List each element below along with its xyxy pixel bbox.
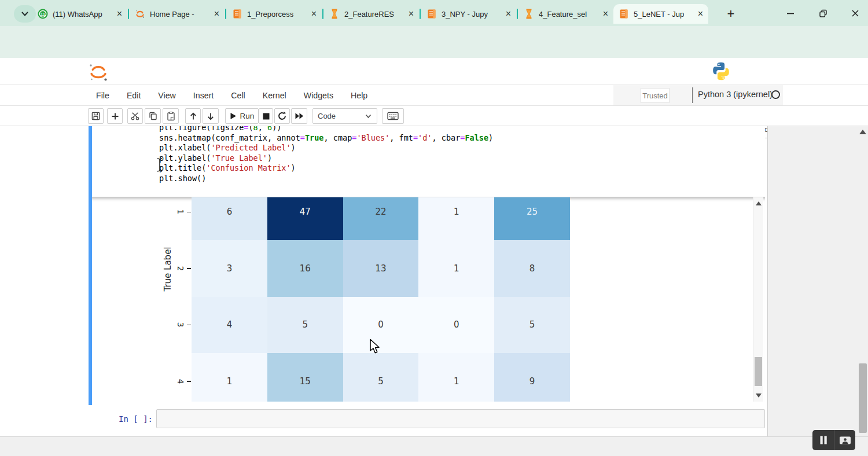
new-tab-button[interactable]: +: [722, 5, 740, 23]
menu-item-file[interactable]: File: [96, 91, 109, 100]
tab-title: 5_LeNET - Jup: [634, 10, 694, 19]
tab-separator: [420, 9, 421, 19]
y-tick-mark: [187, 212, 191, 213]
tab-close-icon[interactable]: ×: [603, 9, 608, 19]
pause-icon: [819, 436, 827, 444]
pause-button[interactable]: [812, 430, 834, 450]
text-cursor: [156, 157, 164, 172]
restore-icon: [818, 9, 828, 19]
close-icon: [851, 9, 860, 18]
move-cell-up-button[interactable]: [185, 108, 201, 124]
main-scrollbar-thumb[interactable]: [859, 363, 867, 433]
restart-icon: [277, 111, 287, 121]
heatmap-cell-r3-c4: 0: [418, 297, 494, 354]
fast-forward-icon: [295, 112, 304, 120]
hourglass-favicon-icon: [329, 9, 340, 19]
browser-window: 11(11) WhatsApp×Home Page -×1_Preporcess…: [0, 0, 868, 456]
code-cell-input[interactable]: plt.figure(figsize=(8, 6))sns.heatmap(co…: [92, 126, 765, 197]
browser-tab-4[interactable]: 2_FeatureRES×: [324, 4, 419, 24]
scroll-down-icon[interactable]: [756, 394, 762, 398]
heatmap-cell-r2-c4: 1: [418, 240, 494, 297]
heatmap-cell-r2-c1: 3: [192, 240, 267, 297]
restart-kernel-button[interactable]: [274, 108, 290, 124]
tab-separator: [225, 9, 226, 19]
paste-cell-button[interactable]: [163, 108, 179, 124]
y-tick-label-3: 3: [176, 320, 185, 329]
jupyter-header: jupyter 5_LeNET Last Checkpoint: 9 minut…: [0, 58, 868, 85]
main-scroll-up-icon[interactable]: [859, 130, 866, 134]
browser-tab-2[interactable]: Home Page -×: [130, 4, 225, 24]
paste-icon: [166, 111, 176, 121]
output-scrollbar[interactable]: [753, 197, 763, 402]
cell-output-area[interactable]: 647221251316131824500531155194True Label: [92, 197, 765, 402]
python-logo-icon: [711, 60, 731, 82]
add-cell-button[interactable]: [107, 108, 123, 124]
tab-close-icon[interactable]: ×: [214, 9, 219, 19]
picture-in-picture-icon: [839, 436, 851, 445]
y-tick-mark: [187, 268, 191, 269]
browser-tab-3[interactable]: 1_Preporcess×: [227, 4, 322, 24]
y-tick-label-2: 2: [176, 264, 185, 273]
tab-close-icon[interactable]: ×: [698, 9, 703, 19]
run-icon: [230, 112, 237, 120]
heatmap-cell-r4-c1: 1: [192, 353, 267, 402]
tab-title: Home Page -: [150, 10, 211, 19]
window-restore-button[interactable]: [815, 6, 831, 20]
notebook-favicon-icon: [619, 9, 629, 19]
y-axis-label: True Label: [162, 223, 174, 315]
menu-item-help[interactable]: Help: [351, 91, 367, 100]
heatmap-cell-r3-c5: 5: [494, 297, 570, 354]
menu-item-edit[interactable]: Edit: [127, 91, 141, 100]
save-button[interactable]: [88, 108, 104, 124]
cut-cell-button[interactable]: [127, 108, 143, 124]
copy-cell-button[interactable]: [145, 108, 161, 124]
output-scrollbar-thumb[interactable]: [755, 357, 762, 386]
window-close-button[interactable]: [847, 6, 863, 20]
menu-item-kernel[interactable]: Kernel: [263, 91, 286, 100]
menu-item-widgets[interactable]: Widgets: [304, 91, 333, 100]
tab-close-icon[interactable]: ×: [409, 9, 414, 19]
code-line-2: sns.heatmap(conf_matrix, annot=True, cma…: [159, 133, 493, 142]
browser-tab-1[interactable]: 11(11) WhatsApp×: [32, 4, 127, 24]
interrupt-kernel-button[interactable]: [259, 108, 273, 124]
heatmap-cell-r4-c4: 1: [418, 353, 494, 402]
chevron-down-icon: [365, 112, 372, 120]
tab-separator: [322, 9, 323, 19]
kernel-separator: [692, 87, 693, 103]
tab-close-icon[interactable]: ×: [506, 9, 511, 19]
restart-run-all-button[interactable]: [291, 108, 307, 124]
arrow-up-icon: [189, 112, 198, 121]
heatmap-cell-r4-c2: 15: [267, 353, 343, 402]
browser-tab-7[interactable]: 5_LeNET - Jup×: [613, 4, 708, 24]
menu-item-view[interactable]: View: [158, 91, 176, 100]
empty-cell-input[interactable]: [156, 409, 765, 428]
save-icon: [91, 111, 101, 121]
menu-item-insert[interactable]: Insert: [193, 91, 214, 100]
scissors-icon: [130, 111, 140, 121]
picture-in-picture-button[interactable]: [834, 430, 855, 450]
window-minimize-button[interactable]: [782, 6, 799, 20]
whatsapp-favicon-icon: 11: [38, 9, 48, 19]
menu-items: FileEditViewInsertCellKernelWidgetsHelp: [96, 85, 367, 105]
tab-close-icon[interactable]: ×: [311, 9, 317, 19]
code-line-1: plt.figure(figsize=(8, 6)): [159, 126, 281, 132]
jupyter-logo-icon[interactable]: [87, 61, 110, 84]
tab-close-icon[interactable]: ×: [117, 9, 122, 19]
browser-tab-6[interactable]: 4_Feature_sel×: [518, 4, 613, 24]
cell-type-value: Code: [318, 112, 336, 120]
notebook-favicon-icon: [426, 9, 437, 19]
scroll-up-icon[interactable]: [756, 201, 762, 205]
mouse-cursor: [369, 339, 382, 355]
run-cell-button[interactable]: Run: [225, 108, 259, 124]
browser-tab-5[interactable]: 3_NPY - Jupy×: [421, 4, 516, 24]
tab-title: 3_NPY - Jupy: [442, 10, 502, 19]
media-control-overlay: [812, 430, 855, 450]
confusion-matrix-heatmap: 647221251316131824500531155194True Label: [92, 197, 765, 402]
notebook-menubar: FileEditViewInsertCellKernelWidgetsHelp …: [0, 85, 868, 106]
heatmap-cell-r2-c3: 13: [343, 240, 419, 297]
y-tick-mark: [187, 381, 191, 382]
menu-item-cell[interactable]: Cell: [231, 91, 245, 100]
move-cell-down-button[interactable]: [203, 108, 219, 124]
command-palette-button[interactable]: [382, 108, 404, 124]
cell-type-select[interactable]: Code: [312, 108, 377, 124]
